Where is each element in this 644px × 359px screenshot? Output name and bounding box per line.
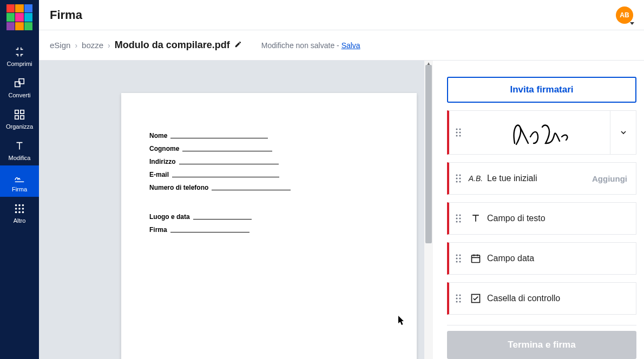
compress-icon [13, 45, 26, 58]
svg-point-23 [456, 178, 458, 179]
svg-point-17 [456, 132, 458, 134]
pencil-icon[interactable] [234, 41, 242, 50]
tool-label: Campo di testo [484, 214, 636, 223]
form-field-label: E-mail [149, 171, 169, 178]
sidebar: Comprimi Converti Organizza Modifica Fir [0, 0, 39, 359]
scrollbar-thumb[interactable] [425, 65, 432, 243]
sidebar-item-label: Firma [12, 186, 27, 192]
tool-label: Le tue iniziali [484, 174, 592, 183]
drag-handle-icon[interactable] [449, 174, 468, 183]
svg-point-18 [459, 132, 461, 134]
workspace: NomeCognomeIndirizzoE-mailNumero di tele… [39, 61, 644, 359]
save-status: Modifiche non salvate - Salva [261, 41, 360, 50]
svg-point-10 [18, 208, 21, 210]
svg-point-43 [459, 298, 461, 300]
tool-initials[interactable]: A.B. Le tue iniziali Aggiungi [447, 162, 636, 195]
form-field-line [179, 164, 279, 164]
svg-point-40 [456, 295, 458, 296]
add-initials-button[interactable]: Aggiungi [592, 174, 636, 183]
tool-signature[interactable] [447, 110, 636, 155]
canvas[interactable]: NomeCognomeIndirizzoE-mailNumero di tele… [39, 61, 433, 359]
sidebar-item-firma[interactable]: Firma [0, 165, 39, 197]
form-field-line [212, 190, 291, 190]
drag-handle-icon[interactable] [449, 254, 468, 263]
svg-point-21 [456, 175, 458, 176]
svg-point-34 [459, 255, 461, 256]
page-title: Firma [50, 8, 82, 22]
breadcrumb-root[interactable]: eSign [50, 41, 70, 50]
svg-point-12 [15, 211, 17, 214]
svg-point-13 [18, 211, 21, 214]
calendar-icon [468, 253, 484, 264]
sidebar-item-comprimi[interactable]: Comprimi [0, 40, 39, 71]
svg-point-6 [15, 204, 17, 207]
finish-sign-button[interactable]: Termina e firma [447, 331, 636, 359]
convert-icon [13, 77, 26, 90]
svg-point-19 [456, 135, 458, 137]
form-field-row: Firma [149, 226, 389, 234]
svg-point-33 [456, 255, 458, 256]
svg-point-38 [459, 261, 461, 263]
form-field-row: Numero di telefono [149, 184, 389, 191]
topbar: Firma AB [39, 0, 644, 30]
svg-point-36 [459, 258, 461, 260]
form-field-line [170, 232, 249, 232]
svg-point-16 [459, 129, 461, 130]
form-field-row: Indirizzo [149, 158, 389, 165]
svg-rect-3 [21, 110, 24, 114]
sidebar-item-organizza[interactable]: Organizza [0, 103, 39, 134]
form-field-row: Cognome [149, 145, 389, 152]
scrollbar[interactable]: ▲ [424, 61, 433, 359]
signature-preview [468, 117, 610, 148]
document-page[interactable]: NomeCognomeIndirizzoE-mailNumero di tele… [121, 93, 417, 359]
svg-point-35 [456, 258, 458, 260]
svg-point-28 [459, 215, 461, 216]
breadcrumb-folder[interactable]: bozze [82, 41, 103, 50]
svg-point-29 [456, 218, 458, 220]
user-avatar[interactable]: AB [616, 6, 633, 24]
breadcrumb-file: Modulo da compilare.pdf [115, 39, 230, 51]
svg-point-45 [459, 301, 461, 303]
invite-signers-button[interactable]: Invita firmatari [447, 77, 636, 103]
sidebar-item-converti[interactable]: Converti [0, 71, 39, 103]
signature-expand-button[interactable] [610, 111, 636, 154]
form-field-row: Luogo e data [149, 213, 389, 221]
breadcrumb-bar: eSign › bozze › Modulo da compilare.pdf … [39, 30, 644, 61]
tool-text-field[interactable]: Campo di testo [447, 202, 636, 235]
checkbox-icon [468, 293, 484, 304]
svg-point-41 [459, 295, 461, 296]
save-status-text: Modifiche non salvate - [261, 41, 341, 50]
drag-handle-icon[interactable] [449, 128, 468, 137]
tool-date-field[interactable]: Campo data [447, 242, 636, 275]
sidebar-item-altro[interactable]: Altro [0, 197, 39, 228]
text-icon [468, 213, 484, 224]
sidebar-item-label: Organizza [6, 123, 33, 130]
form-field-row: Nome [149, 132, 389, 139]
save-link[interactable]: Salva [341, 41, 360, 50]
form-field-label: Cognome [149, 145, 179, 152]
svg-point-11 [22, 208, 24, 210]
svg-rect-39 [472, 255, 480, 262]
edit-text-icon [13, 139, 26, 152]
form-field-line [170, 138, 268, 138]
svg-point-26 [459, 181, 461, 183]
sidebar-item-label: Converti [9, 92, 31, 98]
tool-checkbox[interactable]: Casella di controllo [447, 282, 636, 315]
svg-point-42 [456, 298, 458, 300]
organize-icon [13, 108, 26, 121]
app-logo[interactable] [6, 4, 32, 30]
form-field-line [182, 151, 272, 151]
svg-rect-4 [15, 116, 18, 119]
svg-point-14 [22, 211, 24, 214]
tool-label: Casella di controllo [484, 294, 636, 303]
initials-icon: A.B. [468, 174, 484, 183]
drag-handle-icon[interactable] [449, 294, 468, 303]
svg-point-7 [18, 204, 21, 207]
sidebar-item-modifica[interactable]: Modifica [0, 134, 39, 165]
svg-point-8 [22, 204, 24, 207]
form-field-row: E-mail [149, 171, 389, 178]
drag-handle-icon[interactable] [449, 214, 468, 223]
form-field-label: Indirizzo [149, 158, 176, 165]
sidebar-item-label: Comprimi [6, 61, 32, 67]
main: Firma AB eSign › bozze › Modulo da compi… [39, 0, 644, 359]
